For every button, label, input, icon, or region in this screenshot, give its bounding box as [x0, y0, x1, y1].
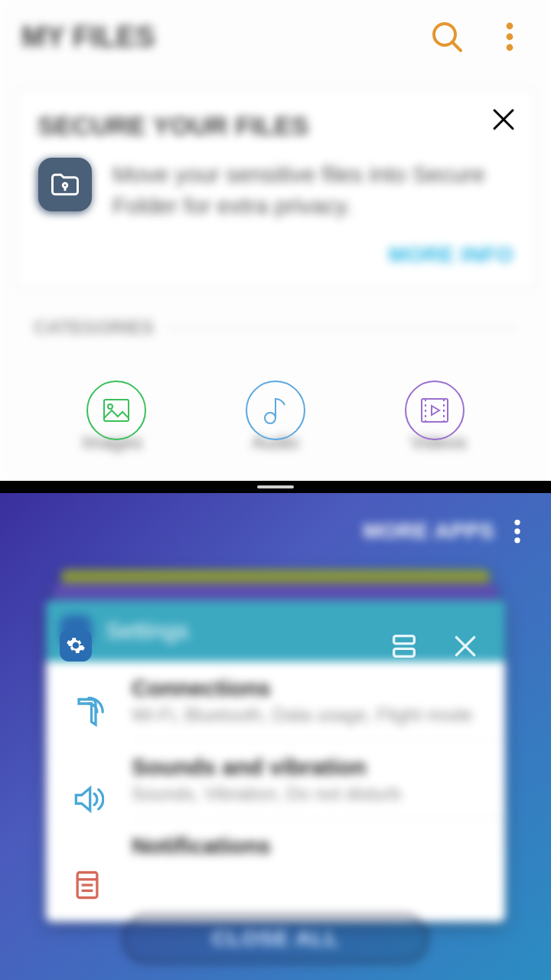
- images-icon: [86, 380, 147, 441]
- audio-icon: [245, 380, 306, 441]
- row-sub: Wi-Fi, Bluetooth, Data usage, Flight mod…: [132, 704, 473, 726]
- settings-card-title: Settings: [106, 618, 403, 644]
- myfiles-title: MY FILES: [21, 21, 456, 54]
- secure-folder-icon: [38, 158, 92, 211]
- sounds-icon: [70, 782, 104, 816]
- row-title: Notifications: [132, 833, 271, 859]
- more-apps-button[interactable]: MORE APPS: [364, 519, 495, 544]
- divider: [168, 328, 517, 328]
- recent-card-back2[interactable]: [61, 570, 490, 585]
- secure-card-more-info[interactable]: MORE INFO: [37, 243, 514, 267]
- secure-card-title: SECURE YOUR FILES: [37, 111, 514, 141]
- svg-point-18: [514, 537, 520, 543]
- videos-icon: [404, 380, 465, 441]
- svg-line-2: [452, 42, 461, 51]
- svg-rect-10: [104, 400, 129, 421]
- svg-rect-19: [394, 636, 415, 644]
- settings-gear-icon: [60, 629, 92, 662]
- more-options-icon[interactable]: [491, 18, 528, 55]
- svg-point-14: [406, 381, 464, 439]
- row-title: Sounds and vibration: [132, 754, 401, 780]
- recent-card-settings[interactable]: Settings Connections Wi-Fi, Bluetooth, D…: [46, 600, 505, 922]
- close-card-icon[interactable]: [490, 106, 517, 133]
- settings-row-sounds[interactable]: Sounds and vibration Sounds, Vibration, …: [46, 740, 505, 818]
- settings-row-notifications[interactable]: Notifications: [46, 819, 505, 873]
- drag-handle-icon: [257, 485, 294, 488]
- categories-label: CATEGORIES: [34, 317, 168, 338]
- close-all-button[interactable]: CLOSE ALL: [122, 914, 429, 963]
- split-screen-divider[interactable]: [0, 481, 551, 493]
- multiwindow-icon[interactable]: [389, 631, 419, 662]
- svg-point-3: [507, 23, 514, 30]
- row-title: Connections: [132, 675, 473, 701]
- close-app-icon[interactable]: [450, 631, 481, 662]
- svg-point-5: [507, 44, 514, 51]
- search-icon[interactable]: [429, 18, 465, 55]
- secure-files-card: SECURE YOUR FILES Move your sensitive fi…: [15, 89, 536, 289]
- recent-apps-view: MORE APPS Settings Connections: [0, 493, 551, 980]
- svg-point-8: [63, 183, 67, 188]
- svg-point-17: [514, 528, 520, 534]
- svg-point-9: [87, 381, 145, 439]
- svg-point-4: [507, 34, 514, 41]
- recents-more-icon[interactable]: [502, 516, 533, 547]
- notifications-icon: [70, 868, 104, 902]
- secure-card-desc: Move your sensitive files into Secure Fo…: [112, 159, 514, 221]
- settings-row-connections[interactable]: Connections Wi-Fi, Bluetooth, Data usage…: [46, 662, 505, 740]
- svg-point-16: [514, 520, 520, 525]
- svg-rect-20: [394, 648, 415, 656]
- connections-icon: [70, 695, 104, 729]
- svg-point-11: [108, 404, 112, 409]
- row-sub: Sounds, Vibration, Do not disturb: [132, 783, 401, 805]
- svg-point-13: [265, 413, 276, 423]
